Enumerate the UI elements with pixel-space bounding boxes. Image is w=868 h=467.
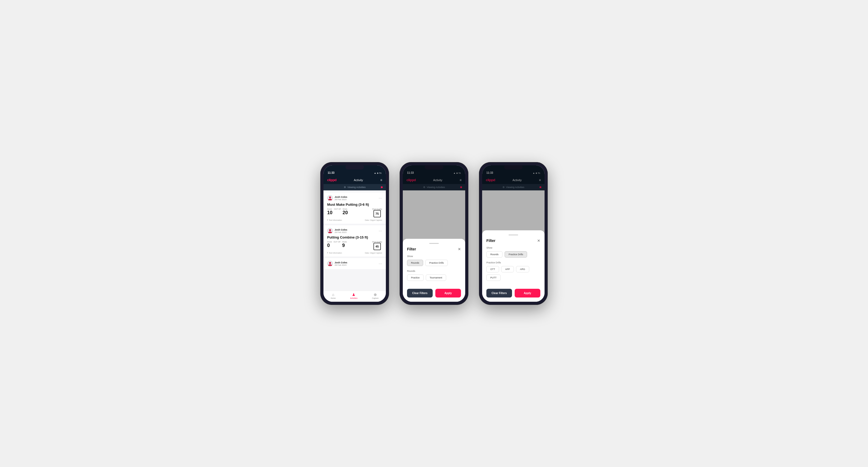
stats-row-2: Score 0 OUT OF Shots 9 Shot Quality 45	[327, 241, 382, 250]
activity-card-3: Josh Coles 28 Feb 2023 ···	[323, 258, 386, 269]
activities-icon-1: ♟	[352, 292, 355, 297]
modal-title-3: Filter	[486, 239, 495, 243]
sq-badge-1: 75	[373, 210, 381, 217]
apply-btn-3[interactable]: Apply	[515, 289, 540, 298]
modal-overlay-2[interactable]	[403, 165, 465, 249]
practice-drills-show-btn-2[interactable]: Practice Drills	[425, 260, 448, 266]
card-footer-1: ℹ Test Information Data: Clippd Capture	[327, 219, 382, 221]
show-options-3: Rounds Practice Drills	[486, 251, 540, 257]
status-icons-1: ▲ ◈ 51	[374, 172, 382, 174]
show-options-2: Rounds Practice Drills	[407, 260, 461, 266]
viewing-banner-text-1: Viewing Activities	[347, 186, 366, 189]
sq-label-1: Shot Quality	[372, 208, 382, 210]
score-label-1: Score	[327, 208, 333, 210]
more-options-1[interactable]: ···	[379, 196, 382, 200]
capture-icon-1: ⊕	[374, 292, 377, 297]
avatar-3	[327, 261, 333, 267]
user-info-3: Josh Coles 28 Feb 2023	[327, 261, 347, 267]
user-date-2: 28 Feb 2023	[335, 231, 347, 234]
modal-header-2: Filter ✕	[407, 247, 461, 251]
ott-btn-3[interactable]: OTT	[486, 266, 499, 272]
clear-filters-btn-3[interactable]: Clear Filters	[486, 289, 512, 298]
nav-activities-1[interactable]: ♟ Activities	[350, 292, 358, 299]
activity-title-2: Putting Combine (3-15 ft)	[327, 235, 382, 239]
score-value-2: 0	[327, 243, 330, 248]
tournament-btn-2[interactable]: Tournament	[426, 275, 446, 281]
modal-handle-2	[429, 243, 439, 244]
wifi-icon: ◈	[377, 172, 378, 174]
putt-btn-3[interactable]: PUTT	[486, 275, 501, 281]
header-title-1: Activity	[354, 179, 363, 182]
user-info-2: Josh Coles 28 Feb 2023	[327, 228, 347, 234]
home-icon-1: ⌂	[332, 292, 334, 297]
phone-2: 11:33 ▲ ◈ 51 clippd Activity ≡ ⚙ Viewing…	[400, 162, 468, 305]
close-button-3[interactable]: ✕	[537, 239, 540, 243]
rounds-show-btn-2[interactable]: Rounds	[407, 260, 423, 266]
modal-title-2: Filter	[407, 247, 416, 251]
rounds-options-2: Practice Tournament	[407, 275, 461, 281]
practice-btn-2[interactable]: Practice	[407, 275, 424, 281]
rounds-show-btn-3[interactable]: Rounds	[486, 251, 502, 257]
phone-1: 11:33 ▲ ◈ 51 clippd Activity ≡ ⚙ Viewing…	[320, 162, 389, 305]
user-name-3: Josh Coles	[335, 261, 347, 264]
show-label-3: Show	[486, 246, 540, 249]
sq-label-2: Shot Quality	[372, 241, 382, 243]
data-source-1: Data: Clippd Capture	[365, 219, 382, 221]
more-options-2[interactable]: ···	[379, 229, 382, 233]
test-info-2: ℹ Test Information	[327, 252, 342, 254]
status-time-1: 11:33	[328, 172, 335, 174]
close-button-2[interactable]: ✕	[458, 247, 461, 251]
scroll-area-1[interactable]: Josh Coles 28 Feb 2023 ··· Must Make Put…	[323, 190, 386, 291]
filter-modal-3: Filter ✕ Show Rounds Practice Drills Pra…	[482, 230, 545, 302]
show-label-2: Show	[407, 255, 461, 257]
app-logo-1: clippd	[327, 178, 336, 182]
svg-point-0	[329, 196, 331, 198]
data-source-2: Data: Clippd Capture	[365, 252, 382, 254]
modal-handle-3	[508, 235, 518, 235]
svg-point-1	[329, 229, 331, 231]
viewing-banner-1[interactable]: ⚙ Viewing Activities	[323, 184, 386, 190]
apply-btn-2[interactable]: Apply	[435, 289, 461, 298]
clear-filters-btn-2[interactable]: Clear Filters	[407, 289, 433, 298]
score-value-1: 10	[327, 210, 333, 215]
notification-dot-1	[381, 186, 383, 188]
activity-card-1: Josh Coles 28 Feb 2023 ··· Must Make Put…	[323, 192, 386, 224]
user-name-1: Josh Coles	[335, 196, 347, 198]
modal-header-3: Filter ✕	[486, 239, 540, 243]
practice-drills-label-3: Practice Drills	[486, 261, 540, 264]
rounds-label-2: Rounds	[407, 270, 461, 272]
practice-drills-options-3: OTT APP ARG PUTT	[486, 266, 540, 281]
user-date-1: 28 Feb 2023	[335, 198, 347, 201]
shots-label-1: Shots	[342, 208, 348, 210]
shots-value-1: 20	[342, 210, 348, 215]
out-of-2: OUT OF	[334, 241, 340, 243]
activity-title-1: Must Make Putting (3-6 ft)	[327, 203, 382, 207]
user-name-2: Josh Coles	[335, 228, 347, 231]
modal-footer-3: Clear Filters Apply	[486, 289, 540, 298]
out-of-1: OUT OF	[334, 208, 341, 210]
practice-drills-show-btn-3[interactable]: Practice Drills	[505, 251, 527, 257]
nav-home-1[interactable]: ⌂ Home	[331, 292, 336, 299]
menu-icon-1[interactable]: ≡	[380, 178, 382, 182]
activity-card-2: Josh Coles 28 Feb 2023 ··· Putting Combi…	[323, 225, 386, 256]
test-info-1: ℹ Test Information	[327, 219, 342, 221]
sq-badge-2: 45	[373, 243, 381, 250]
modal-footer-2: Clear Filters Apply	[407, 289, 461, 298]
nav-capture-1[interactable]: ⊕ Capture	[372, 292, 379, 299]
avatar-2	[327, 228, 333, 234]
phone-3: 11:33 ▲ ◈ 51 clippd Activity ≡ ⚙ Viewing…	[479, 162, 548, 305]
app-btn-3[interactable]: APP	[501, 266, 514, 272]
stats-row-1: Score 10 OUT OF Shots 20 Shot Quality 75	[327, 208, 382, 217]
app-header-1: clippd Activity ≡	[323, 176, 386, 184]
card-footer-2: ℹ Test Information Data: Clippd Capture	[327, 252, 382, 254]
capture-label-1: Capture	[372, 297, 379, 299]
score-label-2: Score	[327, 241, 332, 243]
svg-point-2	[329, 262, 331, 264]
more-options-3[interactable]: ···	[379, 262, 382, 266]
arg-btn-3[interactable]: ARG	[516, 266, 529, 272]
shots-value-2: 9	[342, 243, 345, 248]
activities-label-1: Activities	[350, 297, 358, 299]
filter-modal-2: Filter ✕ Show Rounds Practice Drills Rou…	[403, 239, 465, 302]
user-date-3: 28 Feb 2023	[335, 264, 347, 266]
signal-icon: ▲	[374, 172, 376, 174]
